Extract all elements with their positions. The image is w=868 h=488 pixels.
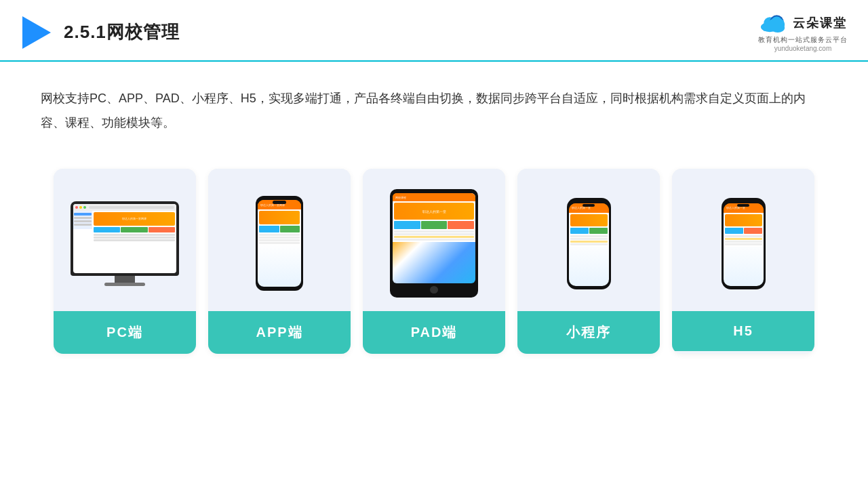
app-phone-mockup: 职达人的第一堂网课 <box>256 196 303 291</box>
logo-text: 云朵课堂 <box>793 15 847 31</box>
tablet-screen: 网校课程 职达人的第一堂 <box>393 193 475 283</box>
card-pad: 网校课程 职达人的第一堂 <box>363 169 505 354</box>
header-left: 2.5.1网校管理 <box>20 16 180 49</box>
description-content: 网校支持PC、APP、PAD、小程序、H5，实现多端打通，产品各终端自由切换，数… <box>41 92 806 129</box>
pad-mockup: 网校课程 职达人的第一堂 <box>390 189 478 298</box>
tablet-home-btn <box>430 286 438 293</box>
monitor-body: 职达人的第一堂网课 <box>71 201 179 276</box>
description-text: 网校支持PC、APP、PAD、小程序、H5，实现多端打通，产品各终端自由切换，数… <box>0 62 868 148</box>
h5-phone-notch <box>737 204 749 207</box>
monitor-base <box>104 283 145 286</box>
logo-area: 云朵课堂 教育机构一站式服务云平台 yunduoketang.com <box>758 12 848 52</box>
card-miniapp-image: 职达人的第一堂 <box>517 169 660 311</box>
cards-container: 职达人的第一堂网课 <box>0 155 868 354</box>
monitor-stand <box>115 276 135 283</box>
card-h5: 职达人的第一堂 H5 <box>672 169 814 354</box>
logo-url: yunduoketang.com <box>774 45 832 52</box>
h5-phone-mockup: 职达人的第一堂 <box>722 198 766 289</box>
monitor-screen: 职达人的第一堂网课 <box>73 204 176 273</box>
pc-mockup: 职达人的第一堂网课 <box>71 201 179 286</box>
mini-phone-notch <box>583 204 595 207</box>
card-pad-image: 网校课程 职达人的第一堂 <box>363 169 505 311</box>
logo-tagline: 教育机构一站式服务云平台 <box>758 35 848 45</box>
miniapp-phone-mockup: 职达人的第一堂 <box>567 198 611 289</box>
card-pc: 职达人的第一堂网课 <box>54 169 196 354</box>
card-miniapp: 职达人的第一堂 小程序 <box>517 169 660 354</box>
h5-phone-screen: 职达人的第一堂 <box>724 203 764 286</box>
cloud-icon <box>759 12 789 34</box>
card-h5-image: 职达人的第一堂 <box>672 169 814 311</box>
card-pc-image: 职达人的第一堂网课 <box>54 169 196 311</box>
header: 2.5.1网校管理 云朵课堂 教育机构一站式服务云平台 yunduoketang… <box>0 0 868 62</box>
card-app: 职达人的第一堂网课 APP端 <box>208 169 351 354</box>
card-h5-label: H5 <box>672 311 814 351</box>
card-miniapp-label: 小程序 <box>517 311 660 354</box>
phone-screen: 职达人的第一堂网课 <box>258 200 301 287</box>
card-pad-label: PAD端 <box>363 311 505 354</box>
card-app-label: APP端 <box>208 311 351 354</box>
logo-cloud: 云朵课堂 <box>759 12 847 34</box>
card-pc-label: PC端 <box>54 311 196 354</box>
play-icon <box>20 16 53 49</box>
mini-phone-screen: 职达人的第一堂 <box>569 203 609 286</box>
page-title: 2.5.1网校管理 <box>64 20 180 44</box>
phone-notch <box>273 201 286 204</box>
card-app-image: 职达人的第一堂网课 <box>208 169 351 311</box>
